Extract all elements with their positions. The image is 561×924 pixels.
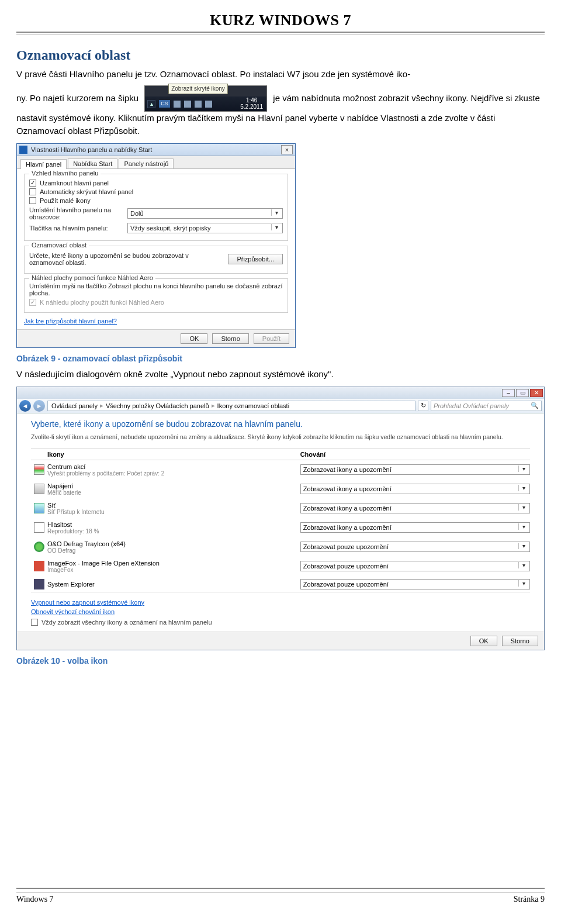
close-button[interactable]: ×: [281, 145, 293, 154]
behavior-select[interactable]: Zobrazovat ikony a upozornění: [300, 503, 530, 513]
group-notification: Oznamovací oblast Určete, které ikony a …: [24, 246, 288, 274]
row-name: O&O Defrag TrayIcon (x64): [47, 540, 300, 547]
para-next-dialog: V následujícím dialogovém okně zvolte „V…: [16, 368, 545, 381]
behavior-select[interactable]: Zobrazovat ikony a upozornění: [300, 484, 530, 494]
label-position: Umístění hlavního panelu na obrazovce:: [29, 206, 123, 220]
checkbox-lock[interactable]: ✓: [29, 180, 36, 187]
group-appearance: Vzhled hlavního panelu ✓Uzamknout hlavní…: [24, 174, 288, 241]
tray-clock[interactable]: 1:46 5.2.2011: [240, 98, 263, 110]
para-intro-line2: ny. Po najetí kurzorem na šipku Zobrazit…: [16, 85, 545, 137]
label-buttons: Tlačítka na hlavním panelu:: [29, 225, 123, 232]
aero-text: Umístěním myši na tlačítko Zobrazit ploc…: [29, 282, 283, 296]
taskbar-properties-dialog: Vlastnosti Hlavního panelu a nabídky Sta…: [16, 143, 296, 348]
refresh-icon[interactable]: ↻: [418, 401, 428, 411]
action-center-icon: [34, 464, 44, 475]
systray-screenshot: Zobrazit skryté ikony ▴ CS 1:46 5.2.2011: [144, 85, 267, 112]
table-row: HlasitostReproduktory: 18 % Zobrazovat i…: [31, 518, 530, 537]
tray-time: 1:46: [246, 97, 257, 104]
maximize-button[interactable]: ▭: [516, 389, 529, 397]
row-name: Centrum akcí: [47, 463, 300, 470]
tray-icon[interactable]: [205, 101, 212, 108]
combo-position[interactable]: Dolů: [127, 208, 283, 219]
dialog-icon: [19, 146, 27, 154]
help-link[interactable]: Jak lze přizpůsobit hlavní panel?: [24, 318, 117, 325]
row-sub: Reproduktory: 18 %: [47, 528, 300, 535]
breadcrumb[interactable]: Ovládací panely▸ Všechny položky Ovládac…: [47, 401, 415, 411]
ok-button[interactable]: OK: [470, 636, 497, 646]
row-sub: Síť Přístup k Internetu: [47, 509, 300, 515]
row-name: System Explorer: [47, 581, 300, 588]
defrag-icon: [34, 542, 44, 552]
nav-back-icon[interactable]: ◄: [19, 400, 31, 412]
checkbox-small-icons[interactable]: [29, 197, 36, 204]
close-button[interactable]: ✕: [530, 389, 543, 397]
footer-left: Windows 7: [16, 895, 54, 904]
minimize-button[interactable]: –: [502, 389, 515, 397]
para-before-tray: ny. Po najetí kurzorem na šipku: [16, 92, 141, 102]
table-row: SíťSíť Přístup k Internetu Zobrazovat ik…: [31, 499, 530, 518]
breadcrumb-item[interactable]: Všechny položky Ovládacích panelů: [106, 402, 209, 409]
window-heading: Vyberte, které ikony a upozornění se bud…: [31, 419, 530, 429]
para-intro-line1: V pravé části Hlavního panelu je tzv. Oz…: [16, 68, 545, 81]
imagefox-icon: [34, 561, 44, 571]
breadcrumb-item[interactable]: Ikony oznamovací oblasti: [217, 402, 290, 409]
link-reset-defaults[interactable]: Obnovit výchozí chování ikon: [31, 608, 115, 615]
tab-start-menu[interactable]: Nabídka Start: [68, 158, 117, 168]
notification-icons-window: – ▭ ✕ ◄ ► Ovládací panely▸ Všechny polož…: [16, 387, 545, 650]
nav-forward-icon[interactable]: ►: [33, 400, 45, 412]
system-explorer-icon: [34, 579, 44, 589]
apply-button[interactable]: Použít: [254, 333, 289, 344]
table-row: Centrum akcíVyřešit problémy s počítačem…: [31, 460, 530, 480]
tooltip-show-hidden: Zobrazit skryté ikony: [168, 84, 228, 95]
table-row: System Explorer Zobrazovat pouze upozorn…: [31, 576, 530, 593]
tab-taskbar[interactable]: Hlavní panel: [20, 159, 67, 169]
tray-icon[interactable]: [195, 101, 202, 108]
lang-indicator[interactable]: CS: [159, 100, 170, 108]
customize-button[interactable]: Přizpůsobit...: [228, 254, 283, 264]
footer-right: Stránka 9: [514, 895, 545, 904]
tray-icon[interactable]: [174, 101, 181, 108]
figure-caption-10: Obrázek 10 - volba ikon: [16, 656, 545, 666]
behavior-select[interactable]: Zobrazovat ikony a upozornění: [300, 464, 530, 475]
behavior-select[interactable]: Zobrazovat ikony a upozornění: [300, 522, 530, 533]
rule-top-thick: [16, 32, 545, 33]
rule-top-thin: [16, 34, 545, 35]
group-aero: Náhled plochy pomocí funkce Náhled Aero …: [24, 278, 288, 313]
power-icon: [34, 484, 44, 494]
table-row: ImageFox - Image File Open eXtensionImag…: [31, 557, 530, 576]
behavior-select[interactable]: Zobrazovat pouze upozornění: [300, 579, 530, 589]
tray-arrow-icon[interactable]: ▴: [147, 100, 155, 108]
row-sub: Měřič baterie: [47, 489, 300, 496]
tray-icon[interactable]: [184, 101, 191, 108]
checkbox-always-show[interactable]: [31, 619, 38, 626]
row-name: Síť: [47, 502, 300, 509]
tray-date: 5.2.2011: [240, 104, 263, 110]
breadcrumb-item[interactable]: Ovládací panely: [51, 402, 98, 409]
checkbox-autohide-label: Automaticky skrývat hlavní panel: [40, 188, 133, 195]
checkbox-autohide[interactable]: [29, 188, 36, 195]
dialog-tabs: Hlavní panel Nabídka Start Panely nástro…: [17, 156, 295, 168]
table-row: O&O Defrag TrayIcon (x64)OO Defrag Zobra…: [31, 537, 530, 557]
search-icon: 🔍: [531, 402, 539, 409]
table-row: NapájeníMěřič baterie Zobrazovat ikony a…: [31, 480, 530, 499]
group-appearance-label: Vzhled hlavního panelu: [29, 170, 101, 177]
behavior-select[interactable]: Zobrazovat pouze upozornění: [300, 542, 530, 552]
behavior-select[interactable]: Zobrazovat pouze upozornění: [300, 561, 530, 571]
volume-icon: [34, 522, 44, 533]
cancel-button[interactable]: Storno: [212, 333, 248, 344]
row-sub: OO Defrag: [47, 547, 300, 554]
checkbox-aero-label: K náhledu plochy použít funkci Náhled Ae…: [40, 299, 164, 306]
section-heading: Oznamovací oblast: [16, 47, 545, 63]
combo-buttons[interactable]: Vždy seskupit, skrýt popisky: [127, 223, 283, 233]
column-icons: Ikony: [47, 451, 300, 458]
link-toggle-system-icons[interactable]: Vypnout nebo zapnout systémové ikony: [31, 599, 144, 606]
search-input[interactable]: Prohledat Ovládací panely 🔍: [431, 401, 542, 411]
cancel-button[interactable]: Storno: [502, 636, 538, 646]
row-sub: ImageFox: [47, 567, 300, 573]
ok-button[interactable]: OK: [181, 333, 207, 344]
tab-toolbars[interactable]: Panely nástrojů: [119, 158, 174, 168]
checkbox-aero[interactable]: ✓: [29, 299, 36, 306]
window-subtext: Zvolíte-li skrytí ikon a oznámení, nebud…: [31, 433, 530, 440]
checkbox-small-icons-label: Použít malé ikony: [40, 197, 91, 204]
group-notification-label: Oznamovací oblast: [29, 242, 89, 249]
